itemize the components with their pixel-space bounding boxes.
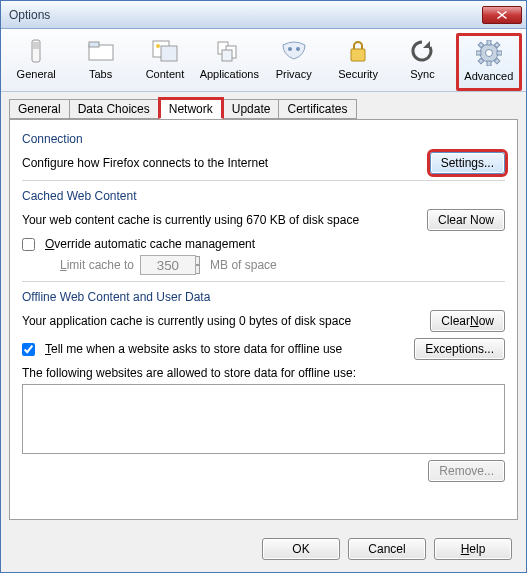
allowed-sites-label: The following websites are allowed to st… <box>22 366 505 380</box>
category-label: Applications <box>200 68 259 80</box>
category-security[interactable]: Security <box>327 33 389 91</box>
cancel-button[interactable]: Cancel <box>348 538 426 560</box>
category-label: General <box>17 68 56 80</box>
svg-rect-17 <box>476 51 481 55</box>
category-label: Content <box>146 68 185 80</box>
tell-me-checkbox[interactable] <box>22 343 35 356</box>
svg-point-6 <box>156 44 160 48</box>
tell-me-label[interactable]: Tell me when a website asks to store dat… <box>45 342 342 356</box>
cache-usage-text: Your web content cache is currently usin… <box>22 213 359 227</box>
allowed-sites-list[interactable] <box>22 384 505 454</box>
help-button[interactable]: Help <box>434 538 512 560</box>
sync-icon <box>407 38 437 64</box>
svg-point-11 <box>296 47 300 51</box>
exceptions-button[interactable]: Exceptions... <box>414 338 505 360</box>
category-label: Privacy <box>276 68 312 80</box>
svg-point-10 <box>288 47 292 51</box>
tab-certificates[interactable]: Certificates <box>278 99 356 119</box>
options-window: Options General Tabs Content <box>0 0 527 573</box>
cache-heading: Cached Web Content <box>22 189 505 203</box>
cache-clear-now-button[interactable]: Clear Now <box>427 209 505 231</box>
tab-general[interactable]: General <box>9 99 70 119</box>
ok-button[interactable]: OK <box>262 538 340 560</box>
svg-rect-1 <box>33 42 39 49</box>
cache-limit-input <box>140 255 196 275</box>
content-icon <box>150 38 180 64</box>
applications-icon <box>214 38 244 64</box>
offline-clear-now-button[interactable]: Clear Now <box>430 310 505 332</box>
category-privacy[interactable]: Privacy <box>263 33 325 91</box>
limit-cache-label: Limit cache to <box>60 258 134 272</box>
tab-network[interactable]: Network <box>158 97 224 119</box>
tab-update[interactable]: Update <box>223 99 280 119</box>
category-label: Security <box>338 68 378 80</box>
svg-rect-15 <box>487 40 491 45</box>
settings-button[interactable]: Settings... <box>430 152 505 174</box>
mask-icon <box>279 38 309 64</box>
sub-tabs: General Data Choices Network Update Cert… <box>9 98 518 120</box>
close-icon <box>497 11 507 19</box>
window-title: Options <box>9 8 482 22</box>
svg-rect-18 <box>497 51 502 55</box>
svg-rect-3 <box>89 42 99 47</box>
remove-button: Remove... <box>428 460 505 482</box>
category-advanced[interactable]: Advanced <box>456 33 522 91</box>
category-sync[interactable]: Sync <box>391 33 453 91</box>
tab-body-network: Connection Configure how Firefox connect… <box>9 119 518 520</box>
category-tabs[interactable]: Tabs <box>69 33 131 91</box>
cache-limit-unit: MB of space <box>210 258 277 272</box>
separator <box>22 180 505 181</box>
connection-heading: Connection <box>22 132 505 146</box>
connection-description: Configure how Firefox connects to the In… <box>22 156 268 170</box>
svg-rect-16 <box>487 61 491 66</box>
category-label: Tabs <box>89 68 112 80</box>
svg-rect-5 <box>161 46 177 61</box>
category-label: Advanced <box>464 70 513 82</box>
lock-icon <box>343 38 373 64</box>
category-content[interactable]: Content <box>134 33 196 91</box>
svg-rect-9 <box>222 50 232 61</box>
category-general[interactable]: General <box>5 33 67 91</box>
tabs-icon <box>86 38 116 64</box>
category-label: Sync <box>410 68 434 80</box>
separator <box>22 281 505 282</box>
offline-heading: Offline Web Content and User Data <box>22 290 505 304</box>
override-cache-label[interactable]: Override automatic cache management <box>45 237 255 251</box>
switch-icon <box>21 38 51 64</box>
svg-rect-12 <box>351 49 365 61</box>
content-area: General Data Choices Network Update Cert… <box>1 92 526 528</box>
svg-point-14 <box>485 50 492 57</box>
dialog-buttons: OK Cancel Help <box>1 528 526 572</box>
tab-data-choices[interactable]: Data Choices <box>69 99 159 119</box>
override-cache-checkbox[interactable] <box>22 238 35 251</box>
close-button[interactable] <box>482 6 522 24</box>
offline-usage-text: Your application cache is currently usin… <box>22 314 351 328</box>
gear-icon <box>474 40 504 66</box>
category-toolbar: General Tabs Content Applications Privac… <box>1 29 526 92</box>
category-applications[interactable]: Applications <box>198 33 260 91</box>
titlebar: Options <box>1 1 526 29</box>
